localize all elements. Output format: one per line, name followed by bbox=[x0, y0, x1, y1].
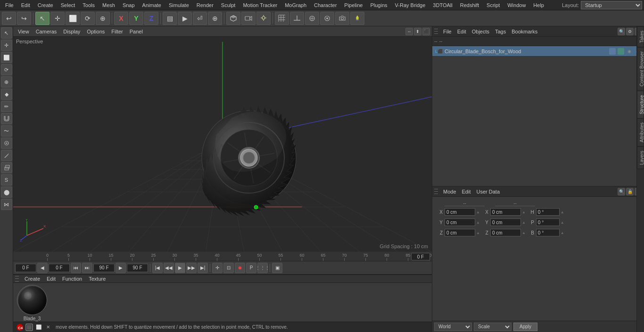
menu-create[interactable]: Create bbox=[34, 1, 57, 9]
coord-h-up-arrow[interactable]: ▲ bbox=[561, 210, 564, 214]
coord-p-up-arrow[interactable]: ▲ bbox=[561, 220, 564, 225]
structure-tab[interactable]: Structure bbox=[637, 91, 644, 119]
menu-render[interactable]: Render bbox=[193, 1, 217, 9]
coord-z-pos-input[interactable] bbox=[445, 229, 475, 236]
coord-z-rot-input[interactable] bbox=[490, 229, 521, 236]
coord-p-input[interactable] bbox=[536, 219, 560, 226]
timeline-step-fwd[interactable]: ▶ bbox=[116, 263, 126, 273]
timeline-record-btn[interactable]: ⏺ bbox=[235, 263, 245, 273]
attr-menu-mode[interactable]: Mode bbox=[441, 188, 459, 195]
attr-search-btn[interactable]: 🔍 bbox=[618, 188, 625, 195]
background-button[interactable] bbox=[305, 12, 319, 25]
timeline-current-input[interactable] bbox=[49, 264, 70, 272]
timeline-add-keyframe-btn[interactable]: ✛ bbox=[212, 263, 223, 273]
timeline-delete-keyframe-btn[interactable]: ⊡ bbox=[223, 263, 234, 273]
world-dropdown[interactable]: World bbox=[434, 323, 472, 331]
mp-menu-function[interactable]: Function bbox=[59, 275, 85, 283]
sidebar-rotate-tool[interactable]: ⟳ bbox=[1, 64, 12, 75]
menu-window[interactable]: Window bbox=[504, 1, 529, 9]
coord-x-pos-up-arrow[interactable]: ▲ bbox=[476, 210, 480, 214]
sidebar-polygon-tool[interactable]: ◆ bbox=[1, 89, 12, 100]
coord-y-pos-up-arrow[interactable]: ▲ bbox=[476, 220, 480, 225]
coord-y-rot-up-arrow[interactable]: ▲ bbox=[522, 220, 526, 225]
sidebar-spline-tool[interactable]: 〜 bbox=[1, 125, 12, 137]
move-tool-button[interactable]: ✛ bbox=[50, 12, 65, 25]
attr-lock-btn[interactable]: 🔒 bbox=[626, 188, 634, 195]
apply-button[interactable]: Apply bbox=[513, 323, 537, 331]
timeline-go-end2[interactable]: ⏭ bbox=[82, 263, 92, 273]
menu-plugins[interactable]: Plugins bbox=[367, 1, 390, 9]
mp-menu-create[interactable]: Create bbox=[22, 275, 43, 283]
timeline-keying-btn[interactable]: ⋮⋮⋮ bbox=[257, 263, 268, 273]
menu-select[interactable]: Select bbox=[58, 1, 79, 9]
timeline-autokey-btn[interactable]: P bbox=[246, 263, 256, 273]
menu-3dtoall[interactable]: 3DTOAll bbox=[429, 1, 455, 9]
menu-redshift[interactable]: Redshift bbox=[457, 1, 482, 9]
sidebar-arrow-tool[interactable]: ↖ bbox=[1, 27, 12, 39]
coord-b-up-arrow[interactable]: ▲ bbox=[561, 231, 564, 235]
attr-menu-userdata[interactable]: User Data bbox=[474, 188, 503, 195]
camera-button[interactable] bbox=[335, 12, 349, 25]
edge-mode-button[interactable]: ⏎ bbox=[193, 12, 207, 25]
viewport-maximize-btn[interactable]: ⬆ bbox=[414, 28, 421, 35]
sidebar-move-tool[interactable]: ✛ bbox=[1, 40, 12, 51]
viewport-canvas[interactable]: Perspective Grid Spacing : 10 cm X Y Z bbox=[13, 37, 432, 252]
point-mode-button[interactable]: ⊕ bbox=[208, 12, 222, 25]
sidebar-weld-tool[interactable]: S bbox=[1, 174, 12, 186]
viewport-menu-filter[interactable]: Filter bbox=[108, 28, 125, 35]
om-settings-btn[interactable]: ⚙ bbox=[626, 28, 634, 35]
om-visible-btn[interactable]: ◉ bbox=[626, 48, 633, 55]
z-axis-button[interactable]: Z bbox=[144, 12, 158, 25]
menu-tools[interactable]: Tools bbox=[79, 1, 98, 9]
menu-sculpt[interactable]: Sculpt bbox=[218, 1, 239, 9]
mp-menu-edit[interactable]: Edit bbox=[44, 275, 58, 283]
coord-x-pos-input[interactable] bbox=[445, 208, 475, 216]
coord-y-rot-input[interactable] bbox=[490, 219, 521, 226]
mp-menu-texture[interactable]: Texture bbox=[86, 275, 108, 283]
menu-script[interactable]: Script bbox=[483, 1, 503, 9]
viewport-expand-btn[interactable]: ↔ bbox=[405, 28, 413, 35]
coord-x-rot-up-arrow[interactable]: ▲ bbox=[522, 210, 526, 214]
viewport-menu-display[interactable]: Display bbox=[60, 28, 83, 35]
timeline-start-input[interactable] bbox=[15, 264, 36, 272]
menu-vray[interactable]: V-Ray Bridge bbox=[392, 1, 429, 9]
light-object-button[interactable] bbox=[350, 12, 364, 25]
undo-button[interactable]: ↩ bbox=[2, 12, 16, 25]
menu-mograph[interactable]: MoGraph bbox=[281, 1, 310, 9]
om-menu-tags[interactable]: Tags bbox=[493, 28, 508, 35]
om-menu-file[interactable]: File bbox=[441, 28, 454, 35]
attr-menu-edit[interactable]: Edit bbox=[460, 188, 473, 195]
viewport-grid-button[interactable] bbox=[275, 12, 289, 25]
viewport-menu-panel[interactable]: Panel bbox=[127, 28, 146, 35]
timeline-step-back[interactable]: ◀ bbox=[37, 263, 48, 273]
menu-edit[interactable]: Edit bbox=[18, 1, 33, 9]
y-axis-button[interactable]: Y bbox=[129, 12, 143, 25]
timeline-next-frame-btn[interactable]: ▶▶ bbox=[186, 263, 197, 273]
material-item[interactable]: Blade_3 bbox=[17, 285, 47, 321]
polygon-mode-button[interactable]: ▶ bbox=[178, 12, 192, 25]
timeline-first-frame-btn[interactable]: |◀ bbox=[152, 263, 163, 273]
coord-x-rot-input[interactable] bbox=[490, 208, 521, 216]
coord-z-rot-up-arrow[interactable]: ▲ bbox=[522, 231, 526, 235]
menu-mesh[interactable]: Mesh bbox=[99, 1, 118, 9]
cube-button[interactable] bbox=[226, 12, 240, 25]
sidebar-stitch-tool[interactable]: ⋈ bbox=[1, 199, 12, 210]
om-menu-edit[interactable]: Edit bbox=[455, 28, 469, 35]
takes-tab[interactable]: Takes bbox=[637, 26, 644, 47]
sidebar-scale-tool[interactable]: ⬜ bbox=[1, 52, 12, 63]
viewport-menu-options[interactable]: Options bbox=[84, 28, 107, 35]
menu-animate[interactable]: Animate bbox=[139, 1, 165, 9]
sidebar-brush-tool[interactable] bbox=[1, 138, 12, 149]
menu-simulate[interactable]: Simulate bbox=[165, 1, 192, 9]
menu-snap[interactable]: Snap bbox=[119, 1, 138, 9]
menu-help[interactable]: Help bbox=[530, 1, 547, 9]
timeline-ruler[interactable]: 0 5 10 15 20 25 30 35 40 45 50 55 60 65 … bbox=[13, 252, 432, 261]
timeline-go-start[interactable]: ⏮ bbox=[71, 263, 81, 273]
viewport-fullscreen-btn[interactable]: ⬛ bbox=[422, 28, 430, 35]
viewport-icon[interactable] bbox=[25, 324, 33, 331]
timeline-end-input[interactable] bbox=[93, 264, 115, 272]
menu-motion-tracker[interactable]: Motion Tracker bbox=[239, 1, 281, 9]
coord-z-pos-up-arrow[interactable]: ▲ bbox=[476, 231, 480, 235]
om-search-btn[interactable]: 🔍 bbox=[618, 28, 625, 35]
sidebar-magnet-tool[interactable] bbox=[1, 113, 12, 124]
